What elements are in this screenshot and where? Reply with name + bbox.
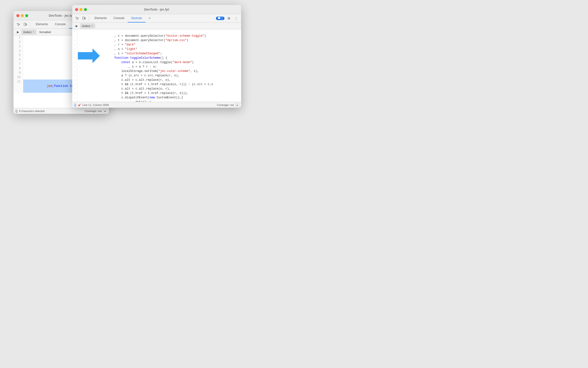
traffic-lights-2 [75, 8, 87, 11]
svg-rect-3 [83, 17, 84, 19]
status-position-2: Line 11, Column 3939 [82, 104, 109, 106]
svg-marker-2 [78, 48, 100, 63]
tab-sources-2[interactable]: Sources [128, 14, 145, 23]
coverage-2: Coverage: n/a [217, 104, 234, 106]
minimize-button-2[interactable] [80, 8, 82, 11]
device-icon-2[interactable] [81, 15, 87, 21]
window-title-2: DevTools - jec.fyi/ [144, 8, 169, 11]
close-button-2[interactable] [75, 8, 78, 11]
titlebar-2: DevTools - jec.fyi/ [72, 5, 241, 14]
blue-arrow [78, 48, 100, 64]
coverage-1: Coverage: n/a [85, 110, 102, 113]
window-title-1: DevTools - jec.fyi/ [49, 14, 74, 17]
code-area-2: ▶ (index) ✕ – , c = document.querySelect… [72, 23, 241, 108]
code-editor-2[interactable]: – , c = document.querySelector("#color-s… [72, 29, 241, 102]
maximize-button-2[interactable] [84, 8, 87, 11]
close-button-1[interactable] [16, 14, 19, 17]
close-tab-index-1[interactable]: ✕ [33, 31, 35, 33]
scroll-up-2[interactable]: ▲ [235, 103, 239, 107]
more-icon-2[interactable]: ⋮ [233, 15, 239, 21]
gutter-line-16: – detail: s [72, 95, 241, 100]
tab-more-2[interactable]: » [145, 14, 154, 23]
file-tab-formatted-1[interactable]: :formatted [37, 29, 53, 35]
inspect-icon-2[interactable] [74, 15, 80, 21]
device-icon-1[interactable] [22, 22, 28, 27]
status-text-1: 9 characters selected [19, 110, 45, 113]
comment-badge[interactable]: 1 [216, 17, 224, 20]
gutter-line-2: – , t = document.querySelector("#prism-c… [72, 34, 241, 38]
gutter-line-9: – localStorage.setItem("jec.color-scheme… [72, 65, 241, 69]
tab-bar-2: Elements Console Sources » [91, 14, 154, 23]
file-tab-index-2[interactable]: (index) ✕ [80, 23, 95, 29]
file-tab-index-1[interactable]: (index) ✕ [21, 29, 36, 35]
settings-icon-2[interactable]: ⚙ [226, 15, 232, 21]
toolbar-right-2: 1 ⚙ ⋮ [216, 15, 239, 21]
tab-console-2[interactable]: Console [110, 14, 128, 23]
gutter-line-17: – })) [72, 100, 241, 102]
tab-console-1[interactable]: Console [51, 20, 69, 29]
toolbar-sep-2 [89, 16, 89, 21]
devtools-toolbar-2: Elements Console Sources » 1 ⚙ ⋮ [72, 14, 241, 23]
pretty-print-icon-1[interactable]: {} [15, 109, 18, 113]
gutter-line-4: – , o = "light" [72, 43, 241, 47]
tab-elements-1[interactable]: Elements [32, 20, 51, 29]
sidebar-toggle-2[interactable]: ▶ [74, 23, 80, 29]
inspect-icon-1[interactable] [15, 22, 21, 27]
gutter-line-3: – , r = "dark" [72, 38, 241, 43]
toolbar-sep-1 [30, 22, 30, 27]
status-bar-1: {} 9 characters selected Coverage: n/a ▲ [13, 108, 109, 114]
gutter-line-10: – a ? (c.src = c.src.replace(r, o), [72, 69, 241, 73]
gutter-line-13: – c.alt = c.alt.replace(o, r), [72, 82, 241, 87]
gutter-line-11: – c.alt = c.alt.replace(r, o), [72, 73, 241, 78]
file-tabs-2: ▶ (index) ✕ [72, 23, 241, 29]
sources-panel-2: ▶ (index) ✕ – , c = document.querySelect… [72, 23, 241, 108]
status-bar-2: {} ↙ Line 11, Column 3939 Coverage: n/a … [72, 102, 241, 108]
gutter-line-12: – t && (t.href = t.href.replace(o, r))) … [72, 78, 241, 82]
gutter-line-1: – , c = document.querySelector("#color-s… [72, 29, 241, 34]
scroll-up-1[interactable]: ▲ [103, 109, 107, 113]
svg-rect-4 [85, 18, 85, 19]
svg-rect-0 [24, 23, 26, 25]
svg-rect-1 [26, 24, 27, 25]
sidebar-toggle-1[interactable]: ▶ [15, 29, 21, 35]
close-tab-index-2[interactable]: ✕ [91, 24, 93, 27]
gutter-line-15: – c.dispatchEvent(new CustomEvent(l,{ [72, 91, 241, 95]
pretty-print-icon-2[interactable]: {} [74, 103, 76, 107]
gutter-line-14: – t && (t.href = t.href.replace(r, o))), [72, 87, 241, 91]
tab-elements-2[interactable]: Elements [91, 14, 110, 23]
red-arrow-indicator: ↙ [78, 103, 81, 107]
traffic-lights-1 [16, 14, 28, 17]
maximize-button-1[interactable] [25, 14, 28, 17]
minimize-button-1[interactable] [21, 14, 24, 17]
